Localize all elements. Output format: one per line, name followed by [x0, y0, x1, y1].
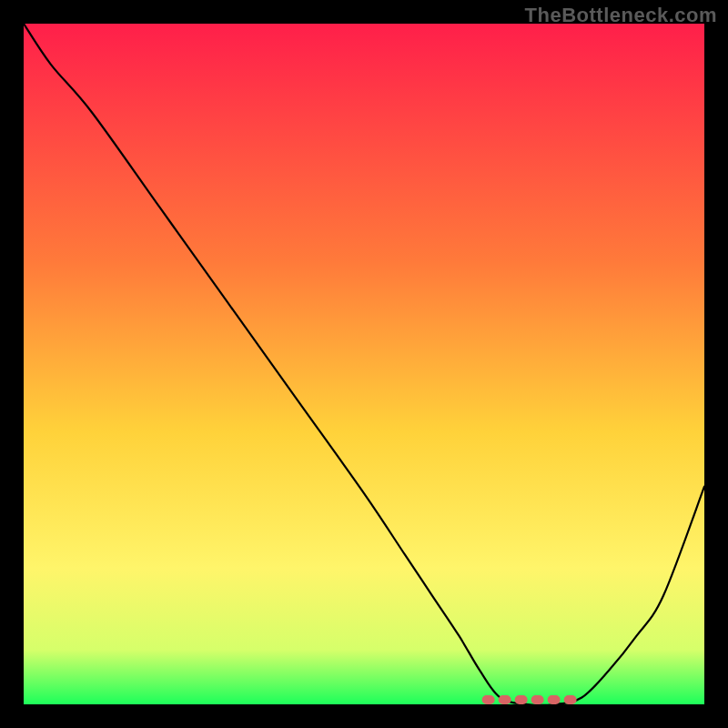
gradient-background — [24, 24, 704, 704]
chart-frame: TheBottleneck.com — [0, 0, 728, 728]
bottleneck-plot — [24, 24, 704, 704]
watermark-text: TheBottleneck.com — [525, 4, 717, 27]
plot-svg — [24, 24, 704, 704]
